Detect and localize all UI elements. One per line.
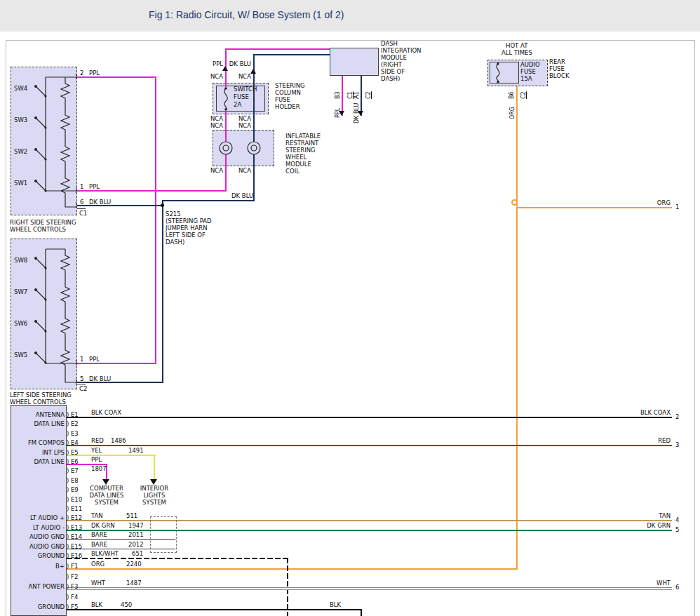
wire-red-e4 [67, 445, 672, 446]
connector-function-label: GROUND [38, 603, 65, 610]
all-times-label: ALL TIMES [502, 49, 532, 56]
dash-integration-module-box [330, 48, 379, 76]
wire-color-label: WHT [91, 580, 105, 587]
wire-circuit-label: 1807 [91, 465, 107, 472]
connector-pin-bracket: ) [67, 594, 69, 601]
pin5-number: 5 [80, 375, 83, 382]
audio-fuse-icon [492, 62, 504, 83]
nca-label: NCA [210, 167, 223, 174]
audio-shield-box [150, 516, 177, 553]
dim-connector-c2-label: C2 [365, 91, 372, 99]
wire-circuit-label: 450 [121, 601, 132, 608]
wire-ppl-pin1 [77, 190, 227, 192]
connector-function-label: DATA LINE [34, 458, 65, 465]
wire-circuit-label: 2012 [128, 541, 144, 548]
connector-pin-bracket: ) [67, 505, 69, 512]
wire-circuit-label: 1487 [126, 580, 142, 587]
right-end-label: DK GRN [647, 522, 671, 529]
connector-pin-label: F3 [71, 583, 78, 590]
wire-ppl-to-dim [225, 48, 343, 50]
interior-lights-label: SYSTEM [137, 499, 172, 506]
right-end-label: WHT [657, 580, 671, 587]
dim-label: INTEGRATION [381, 47, 421, 54]
connector-function-label: INT LPS [42, 449, 65, 456]
computer-system-label: COMPUTER [87, 485, 126, 492]
ppl-up-arrow-icon [222, 66, 228, 71]
switch-label: SW5 [14, 351, 27, 359]
switch-label: SW1 [14, 180, 27, 187]
wire-circuit-label: 2011 [128, 531, 144, 538]
wire-dkblu-dim-stub [361, 76, 362, 116]
wire-dkblu-coil-return [162, 200, 255, 201]
connector-pin-label: F1 [71, 563, 78, 570]
connector-pin-bracket: ) [67, 430, 69, 437]
coil-label: WHEEL [285, 154, 307, 161]
dim-label: MODULE [381, 54, 407, 61]
connector-pin-bracket: ) [67, 583, 69, 590]
dim-pin-a1-label: A1 [354, 91, 361, 99]
nca-label: NCA [238, 167, 251, 174]
switch-fuse-label: FUSE [234, 93, 249, 100]
connector-function-label: AUDIO GND [29, 533, 65, 540]
wire-yel-e5 [67, 455, 156, 456]
connector-pin-label: E15 [71, 543, 82, 550]
wiring-diagram-page: Fig 1: Radio Circuit, W/ Bose System (1 … [0, 0, 700, 616]
pin1-color: PPL [89, 183, 100, 190]
wire-org-right-branch [516, 207, 672, 208]
dim-label: SIDE OF [381, 68, 405, 75]
right-end-label: RED [658, 437, 671, 444]
switch-fuse-icon [219, 86, 233, 112]
connector-pin-bracket: ) [67, 486, 69, 493]
connector-function-label: LT AUDIO + [30, 514, 65, 521]
connector-function-label: LT AUDIO - [33, 524, 65, 531]
fuse-holder-label: FUSE [275, 96, 290, 103]
connector-function-label: AUDIO GND [29, 543, 65, 550]
coil-label: RESTRAINT [285, 140, 318, 147]
connector-pin-label: E4 [71, 439, 79, 446]
dim-label: DASH) [381, 75, 400, 82]
wire-blk-f5 [67, 609, 362, 610]
computer-system-label: DATA LINES [87, 492, 126, 499]
wire-color-label: BLK/WHT [91, 550, 119, 557]
connector-pin-bracket: ) [67, 524, 69, 531]
wire-circuit-label: 1486 [111, 437, 126, 444]
rear-fuse-block-label: REAR [549, 58, 565, 65]
connector-pin-bracket: ) [67, 543, 69, 550]
connector-pin-bracket: ) [67, 496, 69, 503]
audio-fuse-label: FUSE [520, 68, 536, 75]
right-end-label: TAN [659, 512, 671, 519]
wire-blk-coax-e1 [67, 417, 672, 418]
wire-dkblu-column-vertical [253, 54, 255, 201]
computer-system-arrow-icon [102, 479, 109, 485]
connector-pin-bracket: ) [67, 420, 69, 427]
fuse-holder-label: STEERING [275, 82, 305, 89]
right-end-pin-number: 2 [675, 413, 679, 420]
switch-label: SW8 [14, 257, 27, 264]
connector-pin-bracket: ) [67, 467, 69, 474]
splice-label: JUMPER HARN [166, 225, 208, 232]
switch-label: SW2 [14, 148, 27, 155]
pin1-color: PPL [89, 356, 100, 363]
org-right-pin-number: 1 [675, 203, 679, 210]
dim-ppl-label: PPL [335, 108, 342, 118]
dkblu-mid-label: DK BLU [231, 192, 253, 199]
wire-circuit-label: 1947 [128, 522, 144, 529]
connector-pin-label: E3 [71, 430, 79, 437]
connector-pin-bracket: ) [67, 411, 69, 418]
interior-lights-label: INTERIOR [137, 485, 172, 492]
title-bar [0, 0, 700, 32]
connector-pin-label: E14 [71, 533, 82, 540]
switch-label: SW3 [14, 116, 27, 123]
connector-pin-label: E5 [71, 449, 79, 456]
pin-bracket: ) [75, 73, 77, 80]
coil-label: MODULE [285, 161, 311, 168]
computer-system-label: SYSTEM [87, 499, 126, 506]
connector-function-label: GROUND [38, 552, 65, 559]
wire-ppl-jumper-vertical [155, 76, 156, 364]
connector-pin-label: F2 [71, 573, 78, 580]
switch-fuse-label: SWITCH [234, 86, 257, 93]
fuse-holder-label: COLUMN [275, 89, 301, 96]
wire-circuit-label: 1491 [128, 447, 144, 454]
connector-bracket-line [77, 208, 86, 209]
connector-bracket-line [77, 384, 86, 384]
